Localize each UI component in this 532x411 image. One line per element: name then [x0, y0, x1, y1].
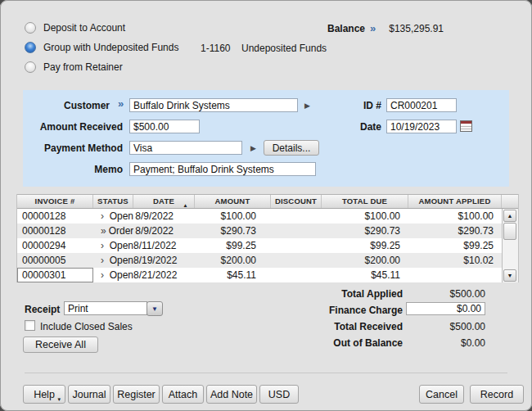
amount-received-input[interactable] — [129, 120, 200, 133]
invoice-number-cell[interactable]: 00000301 — [17, 268, 93, 282]
status-text: Open — [110, 209, 133, 224]
header-discount[interactable]: DISCOUNT — [271, 195, 322, 208]
payment-method-flyout-icon[interactable]: ▶ — [250, 143, 256, 153]
header-status[interactable]: STATUS — [93, 195, 133, 208]
help-menu-arrow-icon: ▾ — [57, 396, 61, 403]
invoice-discount-cell[interactable] — [271, 268, 322, 282]
invoice-total-due-cell: $100.00 — [322, 209, 408, 224]
invoice-status-cell[interactable]: ›Open — [93, 238, 133, 253]
invoice-status-cell[interactable]: ›Open — [93, 268, 133, 282]
status-arrow-icon: » — [101, 224, 106, 238]
header-amount-applied[interactable]: AMOUNT APPLIED — [408, 195, 502, 208]
include-closed-sales-checkbox[interactable] — [25, 320, 35, 331]
invoice-date-cell: 8/9/2022 — [133, 224, 195, 238]
header-date[interactable]: DATE▲ — [133, 195, 195, 208]
invoice-discount-cell[interactable] — [271, 253, 322, 268]
invoice-amount-applied-cell[interactable]: $100.00 — [408, 209, 502, 224]
currency-button[interactable]: USD — [259, 385, 299, 404]
invoice-status-cell[interactable]: ›Open — [93, 209, 133, 224]
scroll-down-button[interactable]: ▼ — [503, 269, 516, 282]
invoice-status-cell[interactable]: ›Open — [93, 253, 133, 268]
invoice-row[interactable]: 00000005›Open8/19/2022$200.00$200.00$10.… — [17, 253, 502, 268]
attach-button[interactable]: Attach — [162, 385, 204, 404]
invoice-discount-cell[interactable] — [271, 238, 322, 253]
cancel-button[interactable]: Cancel — [419, 385, 464, 404]
radio-pay-from-retainer[interactable]: Pay from Retainer — [25, 61, 123, 73]
invoice-row[interactable]: 00000301›Open8/21/2022$45.11$45.11 — [17, 268, 502, 282]
header-invoice-number[interactable]: INVOICE # — [17, 195, 93, 208]
invoice-row[interactable]: 00000128»Order8/9/2022$290.73$290.73$290… — [17, 224, 502, 238]
header-scrollbar-stub — [502, 195, 518, 208]
details-button[interactable]: Details... — [264, 140, 319, 156]
invoice-number-cell[interactable]: 00000005 — [17, 253, 93, 268]
radio-deposit-to-account[interactable]: Deposit to Account — [25, 22, 125, 34]
record-button[interactable]: Record — [470, 385, 524, 404]
scrollbar-thumb[interactable] — [503, 223, 516, 240]
invoice-status-cell[interactable]: »Order — [93, 224, 133, 238]
invoice-discount-cell[interactable] — [271, 224, 322, 238]
invoice-discount-cell[interactable] — [271, 209, 322, 224]
status-arrow-icon: › — [101, 253, 107, 268]
invoice-date-cell: 8/11/2022 — [133, 238, 195, 253]
radio-label: Group with Undeposited Funds — [43, 42, 178, 53]
header-amount[interactable]: AMOUNT — [195, 195, 271, 208]
id-input[interactable] — [386, 98, 457, 112]
invoice-number-cell[interactable]: 00000128 — [17, 224, 93, 238]
balance-display: Balance » $135,295.91 — [327, 22, 444, 34]
scroll-up-icon: ▲ — [507, 213, 513, 219]
status-text: Open — [110, 253, 133, 268]
invoice-number-cell[interactable]: 00000294 — [17, 238, 93, 253]
customer-input[interactable] — [129, 98, 298, 112]
customer-zoom-icon[interactable]: » — [118, 97, 124, 110]
status-arrow-icon: › — [101, 209, 107, 224]
receipt-select[interactable] — [64, 301, 147, 315]
invoice-row[interactable]: 00000294›Open8/11/2022$99.25$99.25$99.25 — [17, 238, 502, 253]
vertical-scrollbar[interactable]: ▲ ▼ — [502, 209, 518, 282]
scroll-down-icon: ▼ — [507, 273, 513, 278]
receive-all-button[interactable]: Receive All — [23, 336, 98, 353]
out-of-balance-value: $0.00 — [413, 337, 485, 349]
invoice-amount-applied-cell[interactable]: $99.25 — [408, 238, 502, 253]
payment-details-panel: Customer » ▶ ID # Amount Received Date P… — [23, 90, 509, 187]
invoice-amount-cell: $200.00 — [195, 253, 271, 268]
finance-charge-label: Finance Charge — [278, 305, 403, 316]
add-note-button[interactable]: Add Note — [206, 385, 257, 404]
out-of-balance-label: Out of Balance — [278, 337, 403, 349]
calendar-icon[interactable] — [460, 120, 472, 132]
scroll-up-button[interactable]: ▲ — [503, 210, 516, 222]
invoice-total-due-cell: $99.25 — [322, 238, 408, 253]
total-applied-label: Total Applied — [278, 288, 403, 300]
id-label: ID # — [334, 99, 381, 112]
header-total-due[interactable]: TOTAL DUE — [322, 195, 408, 208]
total-received-value: $500.00 — [413, 321, 485, 332]
invoice-number-cell[interactable]: 00000128 — [17, 209, 93, 224]
undeposited-account-number: 1-1160 — [201, 43, 230, 54]
invoice-amount-applied-cell[interactable] — [408, 268, 502, 282]
radio-group-with-undeposited-funds[interactable]: Group with Undeposited Funds — [25, 42, 178, 53]
memo-input[interactable] — [129, 162, 316, 176]
payment-method-input[interactable] — [129, 141, 242, 155]
status-text: Open — [110, 238, 133, 253]
balance-label: Balance — [327, 23, 365, 34]
invoice-amount-cell: $290.73 — [195, 224, 271, 238]
invoice-amount-applied-cell[interactable]: $290.73 — [408, 224, 502, 238]
receipt-dropdown-button[interactable]: ▼ — [147, 301, 163, 316]
journal-button[interactable]: Journal — [68, 385, 110, 404]
register-button[interactable]: Register — [113, 385, 160, 404]
customer-flyout-icon[interactable]: ▶ — [304, 101, 310, 111]
invoice-amount-cell: $45.11 — [195, 268, 271, 282]
payment-method-label: Payment Method — [23, 142, 123, 155]
total-received-label: Total Received — [278, 321, 403, 332]
customer-label: Customer — [23, 99, 110, 112]
balance-zoom-icon[interactable]: » — [370, 22, 376, 34]
help-button-label: Help — [34, 389, 55, 400]
invoice-date-cell: 8/19/2022 — [133, 253, 195, 268]
help-button[interactable]: Help▾ — [23, 385, 65, 404]
invoice-total-due-cell: $200.00 — [322, 253, 408, 268]
invoice-row[interactable]: 00000128›Open8/9/2022$100.00$100.00$100.… — [17, 209, 502, 224]
invoice-amount-applied-cell[interactable]: $10.02 — [408, 253, 502, 268]
invoice-total-due-cell: $45.11 — [322, 268, 408, 282]
total-applied-value: $500.00 — [413, 288, 485, 300]
date-input[interactable] — [386, 120, 457, 133]
finance-charge-input[interactable] — [406, 302, 485, 315]
